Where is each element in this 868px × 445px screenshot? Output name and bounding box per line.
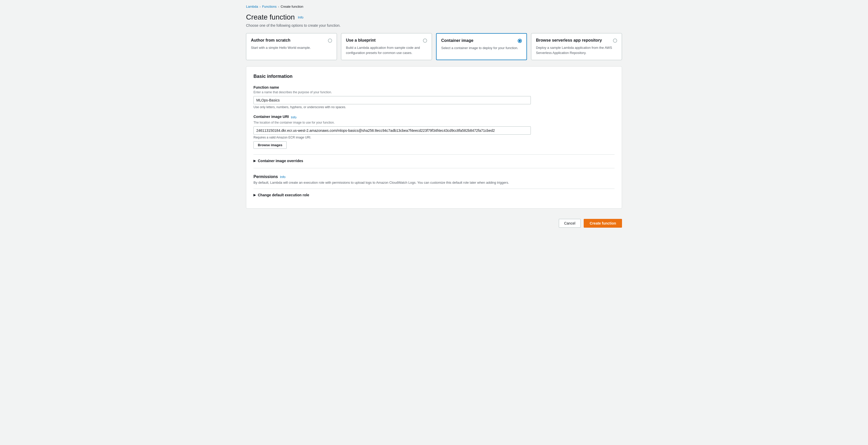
container-image-uri-field: Container image URI Info The location of… xyxy=(253,115,615,149)
change-role-arrow-icon: ▶ xyxy=(253,193,256,197)
option-author-from-scratch-desc: Start with a simple Hello World example. xyxy=(251,45,332,50)
option-use-blueprint[interactable]: Use a blueprint Build a Lambda applicati… xyxy=(341,33,432,60)
container-image-uri-hint: The location of the container image to u… xyxy=(253,121,615,124)
change-role-section: ▶ Change default execution role xyxy=(253,188,615,197)
divider xyxy=(253,168,615,168)
permissions-desc: By default, Lambda will create an execut… xyxy=(253,181,615,184)
basic-info-title: Basic information xyxy=(253,74,615,79)
breadcrumb: Lambda › Functions › Create function xyxy=(246,5,622,8)
page-title: Create function xyxy=(246,13,295,21)
option-author-from-scratch-title: Author from scratch xyxy=(251,38,290,43)
option-container-image[interactable]: Container image Select a container image… xyxy=(436,33,527,60)
main-panel: Basic information Function name Enter a … xyxy=(246,66,622,209)
option-browse-serverless-desc: Deploy a sample Lambda application from … xyxy=(536,45,617,55)
breadcrumb-functions[interactable]: Functions xyxy=(262,5,277,8)
function-name-label: Function name xyxy=(253,85,615,89)
footer-bar: Cancel Create function xyxy=(246,215,622,228)
function-name-validation: Use only letters, numbers, hyphens, or u… xyxy=(253,105,615,109)
change-role-header[interactable]: ▶ Change default execution role xyxy=(253,193,615,197)
container-image-uri-info-link[interactable]: Info xyxy=(291,115,297,119)
page-info-link[interactable]: Info xyxy=(298,16,304,19)
option-browse-serverless-radio[interactable] xyxy=(613,38,617,43)
page-subtitle: Choose one of the following options to c… xyxy=(246,23,622,28)
option-cards: Author from scratch Start with a simple … xyxy=(246,33,622,60)
container-image-uri-label: Container image URI xyxy=(253,115,289,119)
option-use-blueprint-desc: Build a Lambda application from sample c… xyxy=(346,45,427,55)
browse-images-button[interactable]: Browse images xyxy=(253,141,287,149)
container-image-uri-input[interactable] xyxy=(253,126,531,135)
container-overrides-label: Container image overrides xyxy=(258,159,303,163)
function-name-field: Function name Enter a name that describe… xyxy=(253,85,615,109)
option-browse-serverless-title: Browse serverless app repository xyxy=(536,38,602,43)
breadcrumb-sep-1: › xyxy=(260,5,261,8)
option-author-from-scratch-radio[interactable] xyxy=(328,38,332,43)
container-overrides-arrow-icon: ▶ xyxy=(253,159,256,162)
container-overrides-header[interactable]: ▶ Container image overrides xyxy=(253,159,615,163)
option-use-blueprint-title: Use a blueprint xyxy=(346,38,376,43)
option-browse-serverless[interactable]: Browse serverless app repository Deploy … xyxy=(531,33,622,60)
create-function-button[interactable]: Create function xyxy=(584,219,622,228)
option-author-from-scratch[interactable]: Author from scratch Start with a simple … xyxy=(246,33,337,60)
breadcrumb-lambda[interactable]: Lambda xyxy=(246,5,258,8)
container-image-uri-validation: Requires a valid Amazon ECR image URI. xyxy=(253,136,615,139)
option-container-image-desc: Select a container image to deploy for y… xyxy=(441,46,522,51)
breadcrumb-sep-2: › xyxy=(278,5,279,8)
permissions-section: Permissions Info By default, Lambda will… xyxy=(253,174,615,197)
function-name-input[interactable] xyxy=(253,96,531,104)
cancel-button[interactable]: Cancel xyxy=(559,219,581,228)
permissions-title: Permissions xyxy=(253,174,278,179)
change-role-label: Change default execution role xyxy=(258,193,309,197)
option-container-image-radio[interactable] xyxy=(518,39,522,43)
function-name-hint: Enter a name that describes the purpose … xyxy=(253,90,615,94)
permissions-info-link[interactable]: Info xyxy=(280,175,285,179)
container-overrides-section: ▶ Container image overrides xyxy=(253,154,615,163)
breadcrumb-current: Create function xyxy=(281,5,303,8)
option-use-blueprint-radio[interactable] xyxy=(423,38,427,43)
option-container-image-title: Container image xyxy=(441,38,473,43)
